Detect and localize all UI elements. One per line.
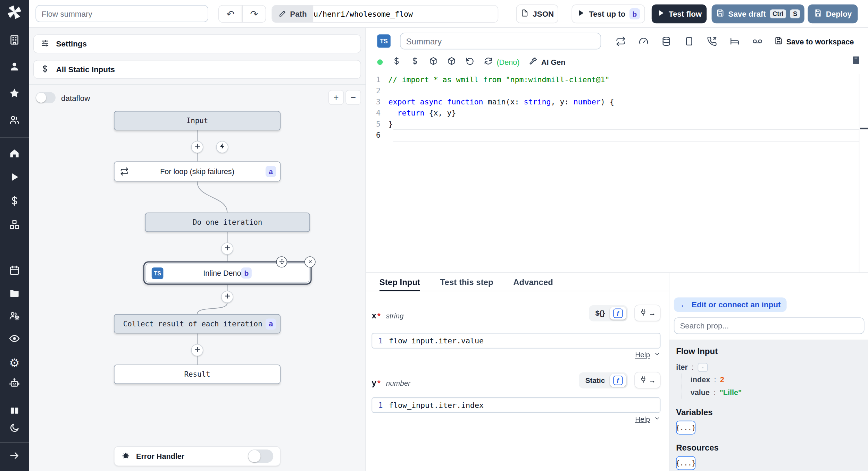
sidebar-runs[interactable] <box>7 171 22 185</box>
deploy-button[interactable]: Deploy <box>808 5 858 23</box>
connect-input-button[interactable]: → <box>634 372 660 388</box>
add-trigger-button[interactable] <box>216 141 228 153</box>
step-summary-input[interactable] <box>400 33 601 49</box>
search-prop-input[interactable] <box>674 317 865 334</box>
sidebar-variables[interactable] <box>7 195 22 208</box>
json-button[interactable]: JSON <box>516 5 558 23</box>
plus-icon <box>224 244 231 253</box>
tree-row-index[interactable]: index : 2 <box>691 374 862 386</box>
tab-test-this-step[interactable]: Test this step <box>440 273 493 291</box>
rotate-ccw-icon[interactable] <box>466 57 475 68</box>
documentation-book-icon[interactable] <box>852 55 861 67</box>
bed-icon[interactable] <box>729 36 740 49</box>
mode-static-option[interactable]: Static <box>580 376 610 384</box>
sidebar-audit-logs[interactable] <box>7 333 22 346</box>
sidebar-folders[interactable] <box>7 288 22 301</box>
sidebar-schedules[interactable] <box>7 265 22 278</box>
file-json-icon <box>520 9 529 19</box>
field-x-help[interactable]: Help <box>635 351 660 359</box>
add-step-button[interactable] <box>221 291 233 303</box>
node-do-one-iteration[interactable]: Do one iteration <box>145 213 310 232</box>
voicemail-icon[interactable] <box>752 36 762 49</box>
code-editor[interactable]: 1// import * as wmill from "npm:windmill… <box>366 74 868 273</box>
sidebar-docs[interactable] <box>7 405 22 418</box>
database-icon[interactable] <box>661 36 671 49</box>
close-icon <box>307 257 313 267</box>
code-line[interactable]: 4 return {x, y} <box>366 107 868 118</box>
tab-step-input[interactable]: Step Input <box>379 273 420 291</box>
sidebar-user[interactable] <box>7 61 22 74</box>
lightning-icon <box>219 143 226 152</box>
add-step-button[interactable] <box>191 141 203 153</box>
node-result[interactable]: Result <box>114 365 281 384</box>
deno-runtime-label[interactable]: (Deno) <box>496 58 519 66</box>
test-flow-button[interactable]: Test flow <box>652 5 707 23</box>
connect-input-button[interactable]: → <box>634 305 660 321</box>
sidebar-resources[interactable] <box>7 219 22 232</box>
code-line[interactable]: 5} <box>366 118 868 129</box>
smartphone-icon[interactable] <box>684 36 694 49</box>
sidebar-dark-mode[interactable] <box>7 422 22 436</box>
windmill-logo-icon[interactable] <box>7 6 22 19</box>
path-label[interactable]: Path <box>272 6 314 22</box>
field-x-expression[interactable]: 1 flow_input.iter.value <box>372 333 660 349</box>
step-config-pane: Step Input Test this step Advanced x*str… <box>366 273 868 471</box>
phone-incoming-icon[interactable] <box>707 36 717 49</box>
test-up-to-button[interactable]: Test up to b <box>571 5 645 23</box>
sidebar-workspace[interactable] <box>7 34 22 48</box>
flow-summary-input[interactable] <box>35 5 208 22</box>
code-line[interactable]: 2 <box>366 85 868 96</box>
field-x-label: x*string <box>372 311 403 320</box>
move-node-button[interactable] <box>276 256 287 267</box>
sidebar-ai[interactable] <box>7 377 22 391</box>
eye-icon <box>9 333 20 346</box>
ai-gen-button[interactable]: AI Gen <box>529 57 566 67</box>
delete-node-button[interactable] <box>304 256 316 267</box>
code-line[interactable]: 6 <box>366 129 868 140</box>
input-mode-toggle: Static ƒ <box>579 372 628 388</box>
variables-object-button[interactable]: {...} <box>676 421 695 435</box>
dollar-icon[interactable] <box>392 57 401 68</box>
code-line[interactable]: 3export async function main(x: string, y… <box>366 96 868 107</box>
building-icon <box>9 34 20 48</box>
save-to-workspace-button[interactable]: Save to workspace <box>775 37 854 47</box>
mode-javascript-option[interactable]: ƒ <box>610 307 626 319</box>
resources-object-button[interactable]: {...} <box>676 456 695 470</box>
save-draft-button[interactable]: Save draft Ctrl S <box>712 5 804 23</box>
undo-button[interactable]: ↶ <box>219 6 242 22</box>
sidebar-workers[interactable] <box>7 310 22 323</box>
mode-template-option[interactable]: ${} <box>590 309 610 317</box>
path-input[interactable] <box>314 6 498 22</box>
tree-row-iter[interactable]: iter : - <box>676 361 861 374</box>
refresh-icon[interactable] <box>484 57 493 68</box>
collapse-button[interactable]: - <box>698 363 708 372</box>
node-input[interactable]: Input <box>114 111 281 130</box>
sidebar-expand[interactable] <box>7 450 22 463</box>
mode-javascript-option[interactable]: ƒ <box>610 374 626 387</box>
repeat-icon[interactable] <box>616 36 626 49</box>
function-icon: ƒ <box>613 375 623 385</box>
sidebar-settings[interactable]: ⚙ <box>7 356 22 369</box>
node-collect-result[interactable]: Collect result of each iteration a <box>114 314 281 334</box>
add-step-button[interactable] <box>191 344 203 356</box>
sidebar-favorites[interactable] <box>7 88 22 101</box>
edit-or-connect-button[interactable]: ← Edit or connect an input <box>674 298 787 312</box>
tree-row-value[interactable]: value : "Lille" <box>691 386 862 399</box>
sidebar-home[interactable] <box>7 148 22 161</box>
sidebar-groups[interactable] <box>7 114 22 128</box>
editor-scrollbar[interactable] <box>859 74 860 273</box>
gauge-icon[interactable] <box>638 36 649 49</box>
add-step-button[interactable] <box>221 242 233 255</box>
input-mode-toggle: ${} ƒ <box>589 305 628 321</box>
package-icon[interactable] <box>447 57 456 68</box>
tab-advanced[interactable]: Advanced <box>513 273 553 291</box>
redo-button[interactable]: ↷ <box>242 6 266 22</box>
package-icon[interactable] <box>429 57 438 68</box>
field-y-help[interactable]: Help <box>635 415 660 423</box>
error-handler-toggle[interactable] <box>248 449 274 463</box>
code-line[interactable]: 1// import * as wmill from "npm:windmill… <box>366 74 868 85</box>
dollar-icon[interactable] <box>410 57 419 68</box>
field-y-expression[interactable]: 1 flow_input.iter.index <box>372 397 660 413</box>
node-inline-deno-selected[interactable]: TS Inline Deno b <box>143 262 312 285</box>
node-for-loop[interactable]: For loop (skip failures) a <box>114 162 281 182</box>
